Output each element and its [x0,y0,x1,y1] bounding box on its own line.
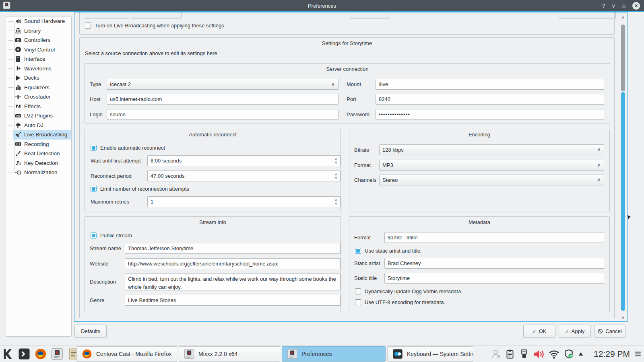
tree-branch-line [8,87,13,88]
close-button[interactable]: × [632,2,640,10]
caret-up-tray-icon[interactable] [578,351,584,357]
static-artist-title-checkbox[interactable] [355,248,361,254]
bitrate-dropdown[interactable]: 128 kbps∨ [379,144,604,155]
system-tray [491,349,584,360]
task-button-mixxx-2-2-0-x64[interactable]: Mixxx 2.2.0 x64 [179,346,280,362]
chevron-down-icon[interactable]: ∨ [611,3,615,8]
volume-tray-icon[interactable] [533,349,544,360]
ok-button[interactable]: ✓OK [523,325,555,338]
sidebar-item-live-broadcasting[interactable]: Live Broadcasting [6,130,71,140]
port-label: Port [347,94,356,105]
limit-attempts-row: Limit number of reconnection attempts [91,185,189,192]
volume-icon [533,349,544,360]
spinbox-arrows-icon[interactable]: ∧∨ [334,156,337,165]
kde-app-launcher[interactable] [1,347,14,361]
website-input[interactable]: http://www.weschools.org/jeffersonelemen… [125,258,341,269]
sidebar-item-label: Controllers [24,37,50,43]
sidebar-item-label: Decks [24,75,39,81]
sidebar-item-effects[interactable]: Effects [6,102,71,111]
turn-on-broadcasting-checkbox[interactable] [85,23,91,29]
usb-icon [519,349,529,359]
static-artist-title-row: Use static artist and title. [355,247,422,254]
sidebar-item-beat-detection[interactable]: Beat Detection [6,149,71,158]
static-title-input[interactable]: Storytime [384,273,604,284]
wifi-tray-icon[interactable] [549,349,559,360]
task-button-keyboard-system-settings[interactable]: Keyboard — System Settings [387,346,473,362]
login-input[interactable]: source [107,109,339,120]
host-label: Host [90,94,101,105]
task-button-preferences[interactable]: Preferences [282,346,386,362]
user-tray-icon[interactable] [491,349,501,359]
sidebar-item-sound-hardware[interactable]: Sound Hardware [6,16,71,26]
firefox-launcher[interactable] [34,347,47,361]
scroll-down-arrow-icon[interactable]: ∨ [620,315,626,320]
taskbar-clock[interactable]: 12:29 PM [594,349,630,359]
chevron-down-icon: ∨ [597,160,601,170]
speaker-icon [15,18,21,25]
static-artist-title-label: Use static artist and title. [365,248,422,254]
genre-input[interactable]: Live Bedtime Stories [125,295,341,306]
help-button[interactable]: ? [602,3,605,8]
utf8-checkbox[interactable] [355,299,361,305]
tree-branch-line [8,116,13,116]
scrollbar-track[interactable] [621,25,625,91]
stream-name-input[interactable]: Thomas Jefferson Storytime [125,243,341,254]
defaults-button-label: Defaults [81,328,100,334]
public-stream-checkbox[interactable] [91,232,97,239]
sidebar-item-label: Waveforms [24,66,52,72]
maximize-button[interactable]: ◇ [622,3,626,8]
spinbox-arrows-icon[interactable]: ∧∨ [334,171,337,181]
sidebar-item-decks[interactable]: Decks [6,73,71,83]
window-titlebar[interactable]: Preferences ? ∨ ◇ × [0,0,644,12]
stream-name-label: Stream name [90,243,121,254]
shield-tray-icon[interactable] [564,349,574,359]
task-button-centova-cast-mozilla-firefox[interactable]: Centova Cast - Mozilla Firefox [76,346,177,362]
ogg-update-checkbox[interactable] [355,288,361,294]
sidebar-item-key-detection[interactable]: Key Detection [6,158,71,168]
mixxx-launcher[interactable] [50,347,64,361]
scroll-up-arrow-icon[interactable]: ∧ [620,15,626,19]
password-input[interactable]: •••••••••••••• [376,109,604,120]
static-artist-input[interactable]: Brad Chesney [384,258,604,269]
wait-first-attempt-spinbox[interactable]: 8.00 seconds∧∨ [147,155,341,166]
spinbox-arrows-icon[interactable]: ∧∨ [334,197,337,206]
hamburger-menu-icon [634,350,642,358]
sidebar-item-waveforms[interactable]: Waveforms [6,64,71,74]
sidebar-item-normalization[interactable]: Normalization [6,168,71,177]
sidebar-item-lv2-plugins[interactable]: LV2 Plugins [6,111,71,121]
type-dropdown[interactable]: Icecast 2∨ [107,79,339,90]
mount-label: Mount [347,79,361,90]
terminal-launcher[interactable] [17,347,31,361]
sidebar-item-library[interactable]: Library [6,26,71,36]
host-input[interactable]: us5.internet-radio.com [107,94,339,105]
sidebar-item-vinyl-control[interactable]: Vinyl Control [6,45,71,55]
mount-input[interactable]: /live [376,79,604,90]
sidebar-item-recording[interactable]: Recording [6,140,71,149]
scrollbar-thumb[interactable] [621,92,625,311]
shield-icon [564,349,574,359]
channels-dropdown[interactable]: Stereo∨ [379,175,604,185]
reconnect-period-spinbox[interactable]: 47.00 seconds∧∨ [147,171,341,181]
metadata-format-input[interactable]: $artist - $title [384,232,604,243]
sidebar-item-equalizers[interactable]: Equalizers [6,83,71,93]
panel-menu-button[interactable] [634,350,642,358]
autodj-icon [15,122,21,128]
maximum-retries-spinbox[interactable]: 1∧∨ [147,196,341,207]
sidebar-item-controllers[interactable]: Controllers [6,35,71,45]
sidebar-item-auto-dj[interactable]: Auto DJ [6,121,71,130]
usb-tray-icon[interactable] [519,349,529,359]
enable-reconnect-checkbox[interactable] [91,145,97,151]
limit-attempts-checkbox[interactable] [91,186,97,192]
port-input[interactable]: 8240 [376,94,604,105]
format-dropdown[interactable]: MP3∨ [379,160,604,171]
description-textarea[interactable]: Climb in bed, turn out the lights, and r… [125,274,341,290]
apply-button[interactable]: ✓Apply [559,325,591,338]
clipboard-tray-icon[interactable] [505,349,515,359]
vertical-scrollbar[interactable]: ∧ ∨ [620,12,626,321]
taskbar: Centova Cast - Mozilla FirefoxMixxx 2.2.… [0,345,644,362]
cancel-icon [598,329,603,334]
sidebar-item-crossfader[interactable]: Crossfader [6,92,71,102]
defaults-button[interactable]: Defaults [74,325,107,338]
sidebar-item-interface[interactable]: Interface [6,54,71,64]
cancel-button[interactable]: Cancel [594,325,625,338]
